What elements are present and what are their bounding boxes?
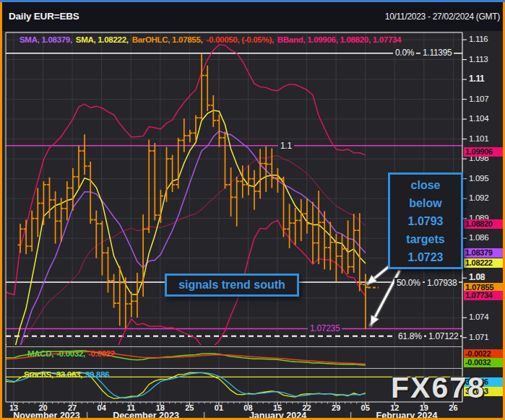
- legend-row: SMA, 1.08379,SMA, 1.08222,BarOHLC, 1.078…: [20, 35, 405, 44]
- fib-0-value-label: 1.11395: [420, 48, 454, 58]
- annotation-trend-south[interactable]: signals trend south: [165, 274, 299, 297]
- legend-item: SMA, 1.08379,: [20, 35, 72, 44]
- price-tick-label: 1.074: [469, 312, 488, 322]
- indicator-value: 33.063,: [56, 370, 82, 379]
- annotation-line: below: [390, 194, 461, 212]
- price-tick-label: 1.101: [469, 134, 488, 144]
- stoch-legend: StochS,33.063,39.886: [24, 370, 112, 379]
- fib-50-pct-label: 50.0%: [394, 278, 423, 288]
- price-tick-label: 1.104: [469, 114, 488, 123]
- legend-item: SMA, 1.08222,: [76, 35, 129, 44]
- window-border-left: [0, 2, 2, 420]
- date-range-label: 10/11/2023 - 27/02/2024 (GMT): [385, 12, 500, 22]
- window-border-top: [0, 0, 505, 2]
- indicator-value: -0.0032,: [56, 349, 85, 358]
- price-badge: 1.08820: [464, 219, 504, 229]
- price-badge: 1.08379: [464, 248, 504, 258]
- annotation-line: 1.0793: [390, 212, 461, 230]
- watermark: FX678: [391, 371, 485, 405]
- annotation-close-below-target[interactable]: close below 1.0793 targets 1.0723: [388, 172, 463, 269]
- annotation-line: 1.0723: [390, 248, 461, 266]
- indicator-value: 39.886: [85, 370, 109, 379]
- price-tick-label: 1.11: [469, 74, 485, 84]
- price-tick-label: 1.071: [469, 333, 488, 342]
- price-tick-label: 1.113: [469, 55, 488, 64]
- indicator-value: StochS,: [24, 370, 53, 379]
- macd-badge: -0.0032: [464, 358, 504, 367]
- fib-50-value-label: 1.07938: [425, 278, 459, 288]
- indicator-value: MACD,: [27, 349, 53, 358]
- price-tick-label: 1.086: [469, 233, 488, 242]
- price-tick-label: 1.08: [469, 273, 485, 282]
- indicator-value: -0.0022: [88, 349, 115, 358]
- legend-item: BarOHLC, 1.07855,: [132, 35, 203, 44]
- price-tick-label: 1.095: [469, 174, 488, 183]
- macd-badge: -0.0022: [464, 349, 504, 359]
- fib-618-pct-label: 61.8%: [396, 331, 424, 341]
- hline-1-1-label: 1.1: [278, 141, 294, 151]
- fib-0-pct-label: 0.0%: [393, 48, 416, 58]
- price-badge: 1.07734: [464, 291, 504, 300]
- hline-107235-label: 1.07235: [308, 323, 342, 333]
- annotation-line: close: [390, 176, 461, 194]
- price-badge: 1.09906: [464, 147, 504, 157]
- annotation-line: targets: [390, 230, 461, 248]
- macd-legend: MACD,-0.0032,-0.0022: [27, 349, 118, 358]
- title-bar[interactable]: Daily EUR=EBS 10/11/2023 - 27/02/2024 (G…: [2, 2, 503, 31]
- price-tick-label: 1.092: [469, 193, 488, 203]
- price-tick-label: 1.107: [469, 95, 488, 104]
- price-badge: 1.08222: [464, 258, 504, 268]
- legend-item: -0.00050, (-0.05%),: [206, 35, 273, 44]
- chart-title: Daily EUR=EBS: [9, 11, 79, 22]
- legend-item: BBand, 1.09906, 1.08820, 1.07734: [277, 35, 401, 44]
- fib-618-value-label: 1.07122: [426, 331, 460, 341]
- chart-window: Daily EUR=EBS 10/11/2023 - 27/02/2024 (G…: [0, 0, 505, 420]
- price-tick-label: 1.116: [469, 35, 488, 44]
